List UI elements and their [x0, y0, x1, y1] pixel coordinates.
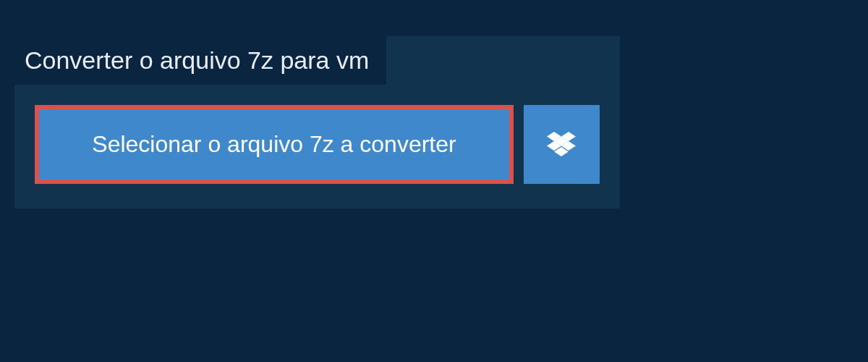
heading-bar: Converter o arquivo 7z para vm: [14, 36, 386, 85]
page-title: Converter o arquivo 7z para vm: [25, 46, 369, 75]
converter-panel: Converter o arquivo 7z para vm Seleciona…: [14, 36, 620, 209]
select-file-button[interactable]: Selecionar o arquivo 7z a converter: [35, 105, 514, 184]
action-row: Selecionar o arquivo 7z a converter: [14, 85, 620, 209]
dropbox-icon: [547, 132, 576, 158]
dropbox-button[interactable]: [524, 105, 600, 184]
